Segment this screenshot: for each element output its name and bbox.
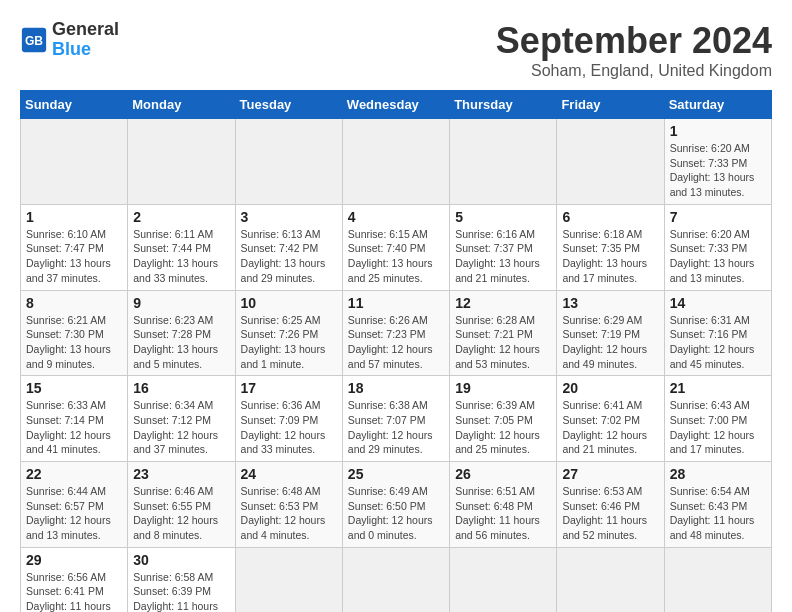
week-row-3: 15Sunrise: 6:33 AMSunset: 7:14 PMDayligh… [21, 376, 772, 462]
day-number: 21 [670, 380, 766, 396]
day-cell: 1Sunrise: 6:20 AMSunset: 7:33 PMDaylight… [664, 119, 771, 205]
day-number: 17 [241, 380, 337, 396]
day-number: 1 [26, 209, 122, 225]
day-info: Sunrise: 6:21 AMSunset: 7:30 PMDaylight:… [26, 313, 122, 372]
day-header-thursday: Thursday [450, 91, 557, 119]
day-cell [21, 119, 128, 205]
calendar-header-row: SundayMondayTuesdayWednesdayThursdayFrid… [21, 91, 772, 119]
day-cell [342, 119, 449, 205]
day-number: 27 [562, 466, 658, 482]
day-number: 10 [241, 295, 337, 311]
day-cell [557, 547, 664, 612]
day-info: Sunrise: 6:56 AMSunset: 6:41 PMDaylight:… [26, 570, 122, 612]
day-cell [235, 547, 342, 612]
day-number: 2 [133, 209, 229, 225]
day-info: Sunrise: 6:53 AMSunset: 6:46 PMDaylight:… [562, 484, 658, 543]
day-cell: 1Sunrise: 6:10 AMSunset: 7:47 PMDaylight… [21, 204, 128, 290]
day-cell: 11Sunrise: 6:26 AMSunset: 7:23 PMDayligh… [342, 290, 449, 376]
day-cell: 28Sunrise: 6:54 AMSunset: 6:43 PMDayligh… [664, 462, 771, 548]
day-info: Sunrise: 6:49 AMSunset: 6:50 PMDaylight:… [348, 484, 444, 543]
day-cell: 22Sunrise: 6:44 AMSunset: 6:57 PMDayligh… [21, 462, 128, 548]
day-info: Sunrise: 6:33 AMSunset: 7:14 PMDaylight:… [26, 398, 122, 457]
day-header-sunday: Sunday [21, 91, 128, 119]
day-cell: 10Sunrise: 6:25 AMSunset: 7:26 PMDayligh… [235, 290, 342, 376]
day-info: Sunrise: 6:23 AMSunset: 7:28 PMDaylight:… [133, 313, 229, 372]
day-number: 24 [241, 466, 337, 482]
week-row-2: 8Sunrise: 6:21 AMSunset: 7:30 PMDaylight… [21, 290, 772, 376]
logo-line1: General [52, 20, 119, 40]
day-header-friday: Friday [557, 91, 664, 119]
day-number: 20 [562, 380, 658, 396]
logo-line2: Blue [52, 40, 119, 60]
day-cell: 30Sunrise: 6:58 AMSunset: 6:39 PMDayligh… [128, 547, 235, 612]
logo-icon: GB [20, 26, 48, 54]
day-cell: 9Sunrise: 6:23 AMSunset: 7:28 PMDaylight… [128, 290, 235, 376]
day-cell: 13Sunrise: 6:29 AMSunset: 7:19 PMDayligh… [557, 290, 664, 376]
day-info: Sunrise: 6:28 AMSunset: 7:21 PMDaylight:… [455, 313, 551, 372]
week-row-5: 29Sunrise: 6:56 AMSunset: 6:41 PMDayligh… [21, 547, 772, 612]
svg-text:GB: GB [25, 33, 43, 47]
day-cell [128, 119, 235, 205]
day-cell: 14Sunrise: 6:31 AMSunset: 7:16 PMDayligh… [664, 290, 771, 376]
day-info: Sunrise: 6:46 AMSunset: 6:55 PMDaylight:… [133, 484, 229, 543]
day-cell: 23Sunrise: 6:46 AMSunset: 6:55 PMDayligh… [128, 462, 235, 548]
day-info: Sunrise: 6:11 AMSunset: 7:44 PMDaylight:… [133, 227, 229, 286]
day-cell [235, 119, 342, 205]
day-cell: 7Sunrise: 6:20 AMSunset: 7:33 PMDaylight… [664, 204, 771, 290]
day-number: 7 [670, 209, 766, 225]
day-info: Sunrise: 6:51 AMSunset: 6:48 PMDaylight:… [455, 484, 551, 543]
day-cell: 26Sunrise: 6:51 AMSunset: 6:48 PMDayligh… [450, 462, 557, 548]
header: GB General Blue September 2024 Soham, En… [20, 20, 772, 80]
day-cell: 5Sunrise: 6:16 AMSunset: 7:37 PMDaylight… [450, 204, 557, 290]
day-info: Sunrise: 6:54 AMSunset: 6:43 PMDaylight:… [670, 484, 766, 543]
day-cell [450, 119, 557, 205]
day-info: Sunrise: 6:44 AMSunset: 6:57 PMDaylight:… [26, 484, 122, 543]
day-info: Sunrise: 6:15 AMSunset: 7:40 PMDaylight:… [348, 227, 444, 286]
day-number: 22 [26, 466, 122, 482]
day-info: Sunrise: 6:41 AMSunset: 7:02 PMDaylight:… [562, 398, 658, 457]
day-cell: 15Sunrise: 6:33 AMSunset: 7:14 PMDayligh… [21, 376, 128, 462]
day-info: Sunrise: 6:43 AMSunset: 7:00 PMDaylight:… [670, 398, 766, 457]
day-number: 14 [670, 295, 766, 311]
day-number: 30 [133, 552, 229, 568]
day-number: 12 [455, 295, 551, 311]
day-cell: 8Sunrise: 6:21 AMSunset: 7:30 PMDaylight… [21, 290, 128, 376]
day-cell: 18Sunrise: 6:38 AMSunset: 7:07 PMDayligh… [342, 376, 449, 462]
week-row-1: 1Sunrise: 6:10 AMSunset: 7:47 PMDaylight… [21, 204, 772, 290]
day-cell: 20Sunrise: 6:41 AMSunset: 7:02 PMDayligh… [557, 376, 664, 462]
day-cell [664, 547, 771, 612]
day-info: Sunrise: 6:20 AMSunset: 7:33 PMDaylight:… [670, 141, 766, 200]
day-number: 23 [133, 466, 229, 482]
day-info: Sunrise: 6:58 AMSunset: 6:39 PMDaylight:… [133, 570, 229, 612]
day-number: 13 [562, 295, 658, 311]
day-number: 3 [241, 209, 337, 225]
day-cell [450, 547, 557, 612]
day-cell: 19Sunrise: 6:39 AMSunset: 7:05 PMDayligh… [450, 376, 557, 462]
day-number: 26 [455, 466, 551, 482]
day-header-monday: Monday [128, 91, 235, 119]
day-cell [342, 547, 449, 612]
day-info: Sunrise: 6:13 AMSunset: 7:42 PMDaylight:… [241, 227, 337, 286]
day-header-tuesday: Tuesday [235, 91, 342, 119]
day-header-saturday: Saturday [664, 91, 771, 119]
day-cell: 27Sunrise: 6:53 AMSunset: 6:46 PMDayligh… [557, 462, 664, 548]
day-number: 1 [670, 123, 766, 139]
day-cell [557, 119, 664, 205]
day-cell: 25Sunrise: 6:49 AMSunset: 6:50 PMDayligh… [342, 462, 449, 548]
day-info: Sunrise: 6:34 AMSunset: 7:12 PMDaylight:… [133, 398, 229, 457]
day-number: 6 [562, 209, 658, 225]
day-cell: 29Sunrise: 6:56 AMSunset: 6:41 PMDayligh… [21, 547, 128, 612]
location-title: Soham, England, United Kingdom [496, 62, 772, 80]
day-info: Sunrise: 6:26 AMSunset: 7:23 PMDaylight:… [348, 313, 444, 372]
day-info: Sunrise: 6:10 AMSunset: 7:47 PMDaylight:… [26, 227, 122, 286]
day-number: 16 [133, 380, 229, 396]
day-info: Sunrise: 6:25 AMSunset: 7:26 PMDaylight:… [241, 313, 337, 372]
calendar-table: SundayMondayTuesdayWednesdayThursdayFrid… [20, 90, 772, 612]
calendar-body: 1Sunrise: 6:20 AMSunset: 7:33 PMDaylight… [21, 119, 772, 613]
day-info: Sunrise: 6:20 AMSunset: 7:33 PMDaylight:… [670, 227, 766, 286]
day-cell: 21Sunrise: 6:43 AMSunset: 7:00 PMDayligh… [664, 376, 771, 462]
day-info: Sunrise: 6:39 AMSunset: 7:05 PMDaylight:… [455, 398, 551, 457]
day-info: Sunrise: 6:36 AMSunset: 7:09 PMDaylight:… [241, 398, 337, 457]
day-info: Sunrise: 6:38 AMSunset: 7:07 PMDaylight:… [348, 398, 444, 457]
logo: GB General Blue [20, 20, 119, 60]
